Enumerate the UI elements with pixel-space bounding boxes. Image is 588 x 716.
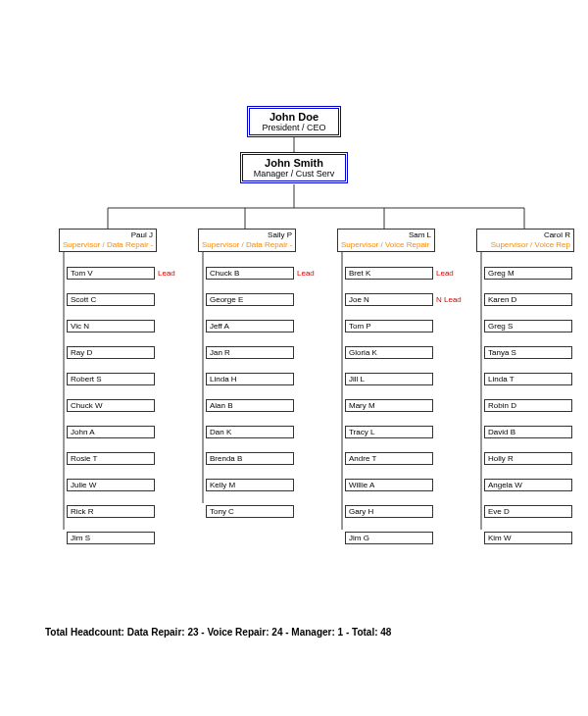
- employee-box: Eve D: [484, 505, 572, 518]
- role-tag: Lead: [297, 267, 315, 280]
- employee-box: Dan K: [206, 426, 294, 438]
- employee-box: Chuck W: [67, 399, 155, 412]
- employee-box: Greg M: [484, 267, 572, 280]
- employee-box: Holly R: [484, 452, 572, 465]
- employee-box: Andre T: [345, 452, 433, 465]
- employee-box: Tom V: [67, 267, 155, 280]
- employee-box: Mary M: [345, 399, 433, 412]
- ceo-name: John Doe: [258, 111, 330, 123]
- employee-box: Chuck B: [206, 267, 294, 280]
- employee-box: Tracy L: [345, 426, 433, 438]
- employee-box: Rosie T: [67, 452, 155, 465]
- supervisor-role: Supervisor / Data Repair - Tier 1: [63, 240, 153, 250]
- supervisor-name: Sally P: [202, 230, 292, 240]
- supervisor-role: Supervisor / Voice Repair - Tier 1: [341, 240, 431, 250]
- summary-text: Total Headcount: Data Repair: 23 - Voice…: [45, 627, 391, 638]
- employee-box: Willie A: [345, 479, 433, 491]
- employee-box: John A: [67, 426, 155, 438]
- supervisor-name: Paul J: [63, 230, 153, 240]
- employee-box: Tony C: [206, 505, 294, 518]
- manager-name: John Smith: [251, 157, 337, 169]
- employee-box: Linda T: [484, 373, 572, 385]
- employee-box: David B: [484, 426, 572, 438]
- ceo-title: President / CEO: [258, 123, 330, 132]
- employee-box: Tanya S: [484, 346, 572, 359]
- supervisor-role: Supervisor / Data Repair - Tier 2: [202, 240, 292, 250]
- employee-box: Vic N: [67, 320, 155, 332]
- employee-box: Jan R: [206, 346, 294, 359]
- supervisor-role: Supervisor / Voice Rep: [480, 240, 570, 250]
- employee-box: George E: [206, 293, 294, 306]
- employee-box: Alan B: [206, 399, 294, 412]
- manager-title: Manager / Cust Serv: [251, 169, 337, 179]
- manager-box: John Smith Manager / Cust Serv: [240, 152, 348, 183]
- employee-box: Joe N: [345, 293, 433, 306]
- employee-box: Greg S: [484, 320, 572, 332]
- employee-box: Gloria K: [345, 346, 433, 359]
- employee-box: Jeff A: [206, 320, 294, 332]
- employee-box: Brenda B: [206, 452, 294, 465]
- ceo-box: John Doe President / CEO: [247, 106, 341, 137]
- employee-box: Jim G: [345, 532, 433, 544]
- employee-box: Linda H: [206, 373, 294, 385]
- employee-box: Jill L: [345, 373, 433, 385]
- role-tag: Lead: [436, 267, 454, 280]
- employee-box: Kelly M: [206, 479, 294, 491]
- employee-box: Robert S: [67, 373, 155, 385]
- employee-box: Scott C: [67, 293, 155, 306]
- employee-box: Robin D: [484, 399, 572, 412]
- employee-box: Kim W: [484, 532, 572, 544]
- role-tag: Lead: [158, 267, 175, 280]
- employee-box: Karen D: [484, 293, 572, 306]
- employee-box: Julie W: [67, 479, 155, 491]
- employee-box: Bret K: [345, 267, 433, 280]
- supervisor-box: Sam LSupervisor / Voice Repair - Tier 1: [337, 229, 435, 252]
- supervisor-box: Sally PSupervisor / Data Repair - Tier 2: [198, 229, 296, 252]
- supervisor-box: Carol RSupervisor / Voice Rep: [476, 229, 574, 252]
- employee-box: Gary H: [345, 505, 433, 518]
- supervisor-box: Paul JSupervisor / Data Repair - Tier 1: [59, 229, 157, 252]
- employee-box: Angela W: [484, 479, 572, 491]
- supervisor-name: Sam L: [341, 230, 431, 240]
- employee-box: Jim S: [67, 532, 155, 544]
- supervisor-name: Carol R: [480, 230, 570, 240]
- employee-box: Rick R: [67, 505, 155, 518]
- employee-box: Tom P: [345, 320, 433, 332]
- role-tag: N Lead: [436, 293, 462, 306]
- employee-box: Ray D: [67, 346, 155, 359]
